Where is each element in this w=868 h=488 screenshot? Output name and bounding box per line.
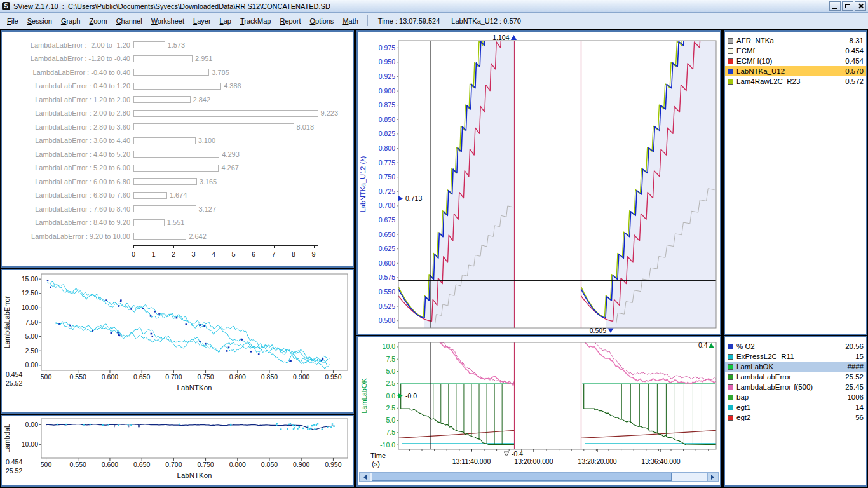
bottom-timeseries-plot[interactable]: 10.07.55.02.50.0-2.5-5.0-7.5-10.0LamLabO… <box>358 337 720 471</box>
histogram-bar <box>133 165 219 172</box>
channel-row-lambdalaberror[interactable]: LambdaLabError25.52 <box>725 372 866 382</box>
menu-item-trackmap[interactable]: TrackMap <box>236 14 276 28</box>
menu-item-report[interactable]: Report <box>275 14 305 28</box>
histogram-bar <box>133 55 193 62</box>
histogram-bar-value: 3.785 <box>212 69 229 76</box>
svg-text:0.454: 0.454 <box>6 458 22 466</box>
histogram-bar-value: 2.842 <box>193 96 211 104</box>
histogram-bar-value: 3.165 <box>200 178 217 186</box>
menu-item-math[interactable]: Math <box>338 14 362 28</box>
histogram-bin-label: LambdaLabError : -0.40 to 0.40 <box>2 69 133 76</box>
svg-text:10.0: 10.0 <box>383 342 396 350</box>
histogram-axis-tick-label: 2 <box>166 250 180 258</box>
svg-text:0.725: 0.725 <box>379 187 395 195</box>
channel-row-lam4rawl2c-r23[interactable]: Lam4RawL2C_R230.572 <box>725 76 866 86</box>
histogram-bar <box>133 96 191 103</box>
histogram-bar-value: 2.951 <box>195 55 213 62</box>
menu-item-layer[interactable]: Layer <box>189 14 215 28</box>
menu-item-zoom[interactable]: Zoom <box>85 14 111 28</box>
channel-row--o2[interactable]: % O220.56 <box>725 341 866 351</box>
window-title: SView 2.17.10 : C:\Users\Public\Document… <box>13 3 330 10</box>
svg-text:500: 500 <box>41 461 52 468</box>
histogram-row: LambdaLabError : 2.80 to 3.608.018 <box>2 120 353 134</box>
channel-row-egt2[interactable]: egt256 <box>725 412 866 423</box>
scrollbar-track[interactable] <box>370 473 707 481</box>
histogram-row: LambdaLabError : 7.60 to 8.403.127 <box>2 202 353 216</box>
channel-name: bap <box>736 393 844 401</box>
histogram-bar-value: 3.127 <box>199 205 217 213</box>
scroll-left-button[interactable] <box>360 473 370 481</box>
channel-row-ecmf[interactable]: ECMf0.454 <box>725 46 866 56</box>
menu-item-worksheet[interactable]: Worksheet <box>147 14 189 28</box>
svg-text:0.900: 0.900 <box>293 461 309 468</box>
svg-text:0.0: 0.0 <box>386 392 395 400</box>
minimize-button[interactable] <box>829 1 841 11</box>
channel-list-top: AFR_NTKa8.31ECMf0.454ECMf-f(10)0.454LabN… <box>725 32 866 86</box>
channel-row-bap[interactable]: bap1006 <box>725 392 866 402</box>
menu-item-channel[interactable]: Channel <box>112 14 147 28</box>
channel-name: Lam4RawL2C_R23 <box>736 78 843 85</box>
main-timeseries-panel: 0.9750.9500.9250.9000.8750.8500.8250.800… <box>356 30 721 335</box>
menu-bar: FileSessionGraphZoomChannelWorksheetLaye… <box>0 13 868 29</box>
histogram-bar-value: 2.642 <box>189 233 207 240</box>
menu-item-file[interactable]: File <box>3 14 23 28</box>
close-button[interactable] <box>855 1 866 11</box>
svg-text:0.600: 0.600 <box>102 373 118 381</box>
close-icon <box>858 3 864 9</box>
menu-item-graph[interactable]: Graph <box>57 14 85 28</box>
svg-text:5.0: 5.0 <box>386 367 395 375</box>
histogram-bin-label: LambdaLabError : 7.60 to 8.40 <box>2 205 133 213</box>
svg-text:-0.0: -0.0 <box>405 392 417 400</box>
svg-text:(s): (s) <box>372 460 380 468</box>
histogram-row: LambdaLabError : 3.60 to 4.403.100 <box>2 134 353 148</box>
scatter-plot[interactable]: 15.0012.5010.007.505.002.500.005000.5500… <box>2 270 353 412</box>
svg-text:0.675: 0.675 <box>379 216 395 224</box>
svg-text:0.950: 0.950 <box>325 461 341 468</box>
svg-text:0.825: 0.825 <box>379 130 395 137</box>
svg-text:25.52: 25.52 <box>6 379 22 387</box>
channel-value: #### <box>847 363 864 370</box>
restore-button[interactable] <box>842 1 853 11</box>
histogram-row: LambdaLabError : 6.80 to 7.601.674 <box>2 189 353 203</box>
svg-text:0.625: 0.625 <box>379 245 395 252</box>
histogram-row: LambdaLabError : 8.40 to 9.201.551 <box>2 216 353 230</box>
svg-text:0.875: 0.875 <box>379 101 395 109</box>
svg-text:LambdaL: LambdaL <box>3 424 11 453</box>
histogram-row: LambdaLabError : 0.40 to 1.204.386 <box>2 79 353 93</box>
histogram-axis-tick-label: 5 <box>227 250 241 258</box>
histogram-axis-tick-label: 3 <box>187 250 201 258</box>
main-timeseries-plot[interactable]: 0.9750.9500.9250.9000.8750.8500.8250.800… <box>358 32 720 334</box>
histogram-bin-label: LambdaLabError : 9.20 to 10.00 <box>2 233 133 240</box>
channel-row-expressl2c-r11[interactable]: ExPressL2C_R1115 <box>725 351 866 362</box>
horizontal-scrollbar[interactable] <box>359 472 719 482</box>
channel-value: 20.56 <box>845 342 864 350</box>
svg-text:-5.0: -5.0 <box>384 416 395 424</box>
channel-value: 14 <box>855 403 864 411</box>
channel-value: 25.45 <box>845 383 864 391</box>
svg-text:2.50: 2.50 <box>25 347 39 355</box>
channel-row-labntka-u12[interactable]: LabNTKa_U120.570 <box>725 66 866 76</box>
channel-value: 56 <box>855 414 864 421</box>
scrollbar-thumb[interactable] <box>372 473 672 481</box>
histogram-bin-label: LambdaLabError : -2.00 to -1.20 <box>2 41 133 49</box>
menu-item-lap[interactable]: Lap <box>215 14 236 28</box>
channel-row-lamlabok[interactable]: LamLabOK#### <box>725 362 866 372</box>
channel-color-swatch <box>728 384 733 390</box>
menu-item-options[interactable]: Options <box>305 14 338 28</box>
channel-row-ecmf-f-10-[interactable]: ECMf-f(10)0.454 <box>725 56 866 66</box>
svg-text:15.00: 15.00 <box>22 275 38 283</box>
svg-text:0.850: 0.850 <box>379 116 395 123</box>
histogram-row: LambdaLabError : 1.20 to 2.002.842 <box>2 93 353 107</box>
channel-name: ECMf-f(10) <box>736 57 843 65</box>
histogram-axis-tick-label: 6 <box>247 250 261 258</box>
small-scatter-plot[interactable]: 0.00-10.005000.5500.6000.6500.7000.7500.… <box>2 416 353 485</box>
scroll-right-button[interactable] <box>707 473 718 481</box>
channel-row-lambdalaberror-f-500-[interactable]: LambdaLabError-f(500)25.45 <box>725 382 866 392</box>
svg-text:0.700: 0.700 <box>165 461 182 468</box>
histogram-bar <box>133 137 196 144</box>
app-icon: S <box>2 2 10 10</box>
menu-item-session[interactable]: Session <box>23 14 57 28</box>
channel-row-afr-ntka[interactable]: AFR_NTKa8.31 <box>725 36 866 46</box>
histogram-axis-tick-label: 1 <box>147 250 161 258</box>
channel-row-egt1[interactable]: egt114 <box>725 402 866 412</box>
